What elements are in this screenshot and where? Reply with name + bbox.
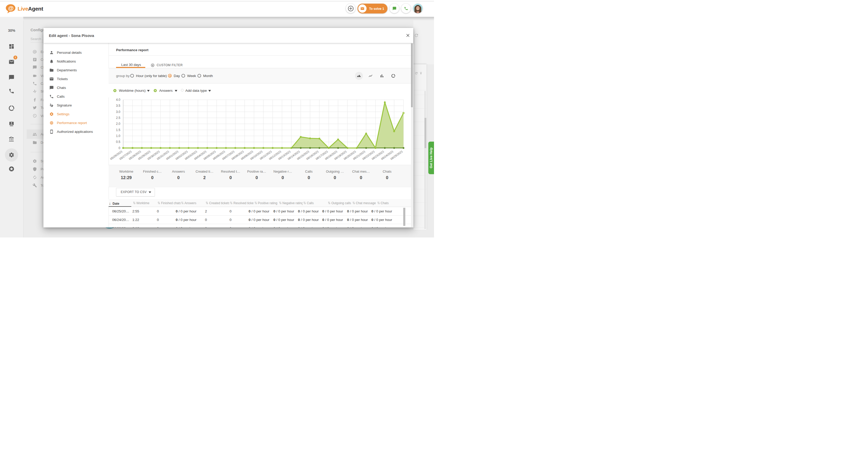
svg-text:3.0: 3.0 <box>116 110 120 114</box>
svg-text:1.0: 1.0 <box>116 134 120 138</box>
svg-text:2.5: 2.5 <box>116 116 120 120</box>
svg-text:3.5: 3.5 <box>116 104 120 107</box>
svg-text:0: 0 <box>119 146 120 150</box>
svg-text:4.0: 4.0 <box>116 98 120 101</box>
svg-text:2.0: 2.0 <box>116 122 120 126</box>
svg-text:0.5: 0.5 <box>116 140 120 144</box>
svg-text:1.5: 1.5 <box>116 128 120 132</box>
svg-text:@: @ <box>8 5 14 11</box>
